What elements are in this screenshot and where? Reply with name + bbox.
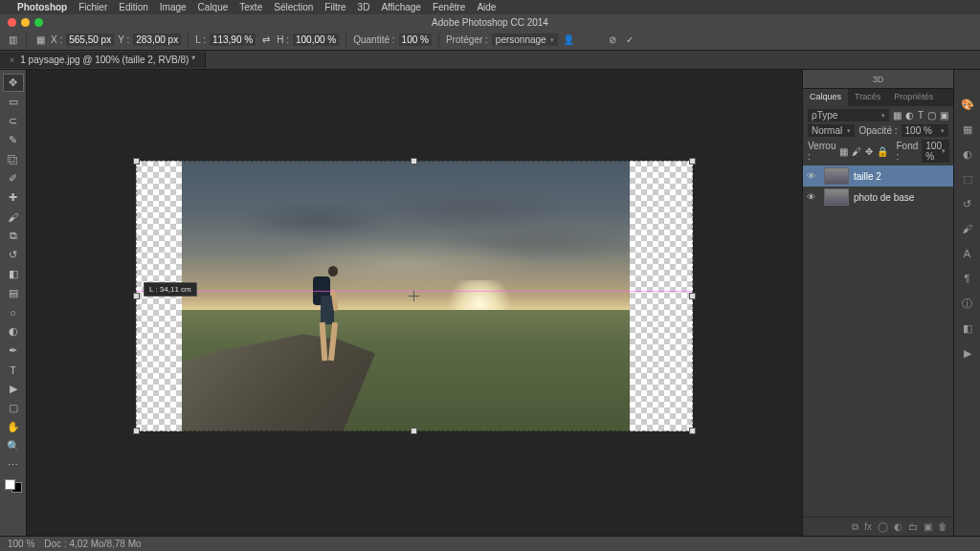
styles-panel-icon[interactable]: ⬚ [960,171,975,187]
stamp-tool[interactable]: ⧉ [3,227,24,245]
layer-filter-dropdown[interactable]: ρType [808,109,889,121]
blend-mode-dropdown[interactable]: Normal [808,124,855,137]
history-panel-icon[interactable]: ↺ [960,196,975,211]
lock-all-icon[interactable]: 🔒 [877,146,888,157]
layer-thumbnail[interactable] [824,188,849,206]
link-aspect-icon[interactable]: ⇄ [259,33,273,47]
new-layer-icon[interactable]: ▣ [924,521,932,532]
width-value[interactable]: 113,90 % [210,33,256,46]
menu-affichage[interactable]: Affichage [381,2,421,12]
gradient-tool[interactable]: ▤ [3,284,24,302]
character-panel-icon[interactable]: A [960,246,975,261]
minimize-window-icon[interactable] [21,18,30,27]
layer-row[interactable]: 👁 photo de base [803,187,953,208]
tab-traces[interactable]: Tracés [848,89,887,106]
horizontal-guide[interactable] [136,291,693,292]
actions-panel-icon[interactable]: ▶ [960,345,975,361]
eraser-tool[interactable]: ◧ [3,265,24,283]
doc-info[interactable]: Doc : 4,02 Mo/8,78 Mo [44,539,141,549]
pen-tool[interactable]: ✒ [3,342,24,360]
canvas-area[interactable]: L : 34,11 cm [27,70,802,536]
filter-smart-icon[interactable]: ▣ [940,110,948,121]
close-window-icon[interactable] [8,18,16,27]
zoom-level[interactable]: 100 % [8,539,34,549]
layer-name[interactable]: photo de base [854,192,914,203]
menu-fichier[interactable]: Fichier [78,2,107,12]
lock-position-icon[interactable]: ✥ [865,146,873,157]
marquee-tool[interactable]: ▭ [3,93,24,111]
fill-value[interactable]: 100 % [922,140,949,163]
color-panel-icon[interactable]: 🎨 [960,97,975,112]
cancel-transform-icon[interactable]: ⊘ [606,33,619,47]
brush-tool[interactable]: 🖌 [3,208,24,226]
delete-layer-icon[interactable]: 🗑 [938,521,947,532]
filter-pixel-icon[interactable]: ▦ [893,110,902,121]
menu-selection[interactable]: Sélection [274,2,313,12]
tool-preset-icon[interactable]: ▥ [6,33,19,47]
crop-tool[interactable]: ⿻ [3,150,24,168]
menu-calque[interactable]: Calque [198,2,229,12]
shape-tool[interactable]: ▢ [3,399,24,417]
eyedropper-tool[interactable]: ✐ [3,169,24,187]
adjustments-panel-icon[interactable]: ◐ [960,146,975,162]
layer-name[interactable]: taille 2 [854,171,881,182]
brush-panel-icon[interactable]: 🖌 [960,221,975,236]
edit-toolbar-icon[interactable]: ⋯ [3,456,24,474]
commit-transform-icon[interactable]: ✓ [623,33,636,47]
document-tab[interactable]: × 1 paysage.jpg @ 100% (taille 2, RVB/8)… [0,52,206,68]
layer-thumbnail[interactable] [824,167,849,185]
zoom-tool[interactable]: 🔍 [3,437,24,455]
height-value[interactable]: 100,00 % [293,33,339,46]
maximize-window-icon[interactable] [34,18,43,27]
menu-photoshop[interactable]: Photoshop [17,2,67,12]
protect-dropdown[interactable]: personnage [492,33,558,46]
menu-aide[interactable]: Aide [477,2,496,12]
amount-value[interactable]: 100 % [399,33,432,46]
lock-transparency-icon[interactable]: ▦ [839,146,848,157]
filter-shape-icon[interactable]: ▢ [927,110,936,121]
lock-pixels-icon[interactable]: 🖌 [852,146,861,157]
tab-proprietes[interactable]: Propriétés [887,89,940,106]
layer-mask-icon[interactable]: ◯ [878,521,888,532]
blur-tool[interactable]: ○ [3,303,24,321]
path-select-tool[interactable]: ▶ [3,380,24,398]
quick-select-tool[interactable]: ✎ [3,131,24,149]
layer-row[interactable]: 👁 taille 2 [803,165,953,187]
menu-3d[interactable]: 3D [358,2,370,12]
info-panel-icon[interactable]: ⓘ [960,296,975,311]
3d-mode-bar[interactable]: 3D [803,70,953,89]
reference-point-icon[interactable]: ▦ [33,33,47,47]
menu-image[interactable]: Image [160,2,187,12]
visibility-toggle-icon[interactable]: 👁 [807,171,819,181]
menu-edition[interactable]: Edition [119,2,148,12]
protect-skin-icon[interactable]: 👤 [562,33,575,47]
navigator-panel-icon[interactable]: ◧ [960,320,975,336]
close-tab-icon[interactable]: × [10,55,14,65]
menu-fenetre[interactable]: Fenêtre [433,2,465,12]
menu-filtre[interactable]: Filtre [324,2,345,12]
move-tool[interactable]: ✥ [3,74,24,92]
y-value[interactable]: 283,00 px [133,33,181,46]
paragraph-panel-icon[interactable]: ¶ [960,271,975,286]
opacity-value[interactable]: 100 % [902,124,948,137]
lasso-tool[interactable]: ⊂ [3,112,24,130]
layer-style-icon[interactable]: fx [864,521,872,532]
foreground-color-swatch[interactable] [5,479,15,490]
healing-tool[interactable]: ✚ [3,188,24,207]
group-layers-icon[interactable]: 🗀 [908,521,918,532]
adjustment-layer-icon[interactable]: ◐ [894,521,902,532]
dodge-tool[interactable]: ◐ [3,322,24,341]
hand-tool[interactable]: ✋ [3,418,24,436]
menu-texte[interactable]: Texte [239,2,262,12]
visibility-toggle-icon[interactable]: 👁 [807,192,819,202]
type-tool[interactable]: T [3,361,24,379]
filter-adjust-icon[interactable]: ◐ [905,110,914,121]
filter-type-icon[interactable]: T [918,110,924,121]
swatches-panel-icon[interactable]: ▦ [960,121,975,137]
color-swatch[interactable] [5,479,22,493]
link-layers-icon[interactable]: ⧉ [852,521,858,533]
history-brush-tool[interactable]: ↺ [3,246,24,264]
tab-calques[interactable]: Calques [803,89,848,106]
x-value[interactable]: 565,50 px [66,33,114,46]
document-canvas[interactable]: L : 34,11 cm [136,161,693,431]
